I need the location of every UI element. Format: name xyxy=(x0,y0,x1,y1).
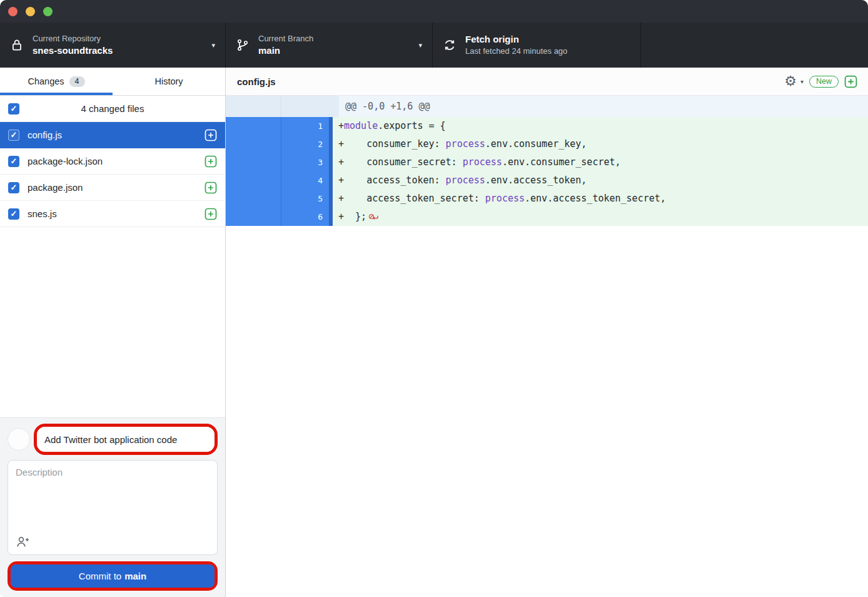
added-file-icon xyxy=(204,208,217,220)
select-all-row: ✓ 4 changed files xyxy=(0,96,225,122)
commit-button-label: Commit to xyxy=(79,571,121,581)
gear-caret-icon[interactable]: ▾ xyxy=(800,78,804,85)
summary-annotation-highlight xyxy=(34,424,218,455)
git-branch-icon xyxy=(236,38,250,52)
tab-changes[interactable]: Changes 4 xyxy=(0,68,113,95)
current-repository-value: snes-soundtracks xyxy=(33,45,113,57)
commit-button-branch: main xyxy=(124,571,146,581)
added-file-icon xyxy=(204,181,217,194)
fetch-origin-button[interactable]: Fetch origin Last fetched 24 minutes ago xyxy=(433,23,641,68)
repository-lock-icon xyxy=(10,38,24,52)
gear-icon[interactable]: ⚙ xyxy=(784,74,797,88)
file-name: package.json xyxy=(28,182,83,193)
commit-form: Commit to main xyxy=(0,417,225,597)
new-file-badge: New xyxy=(809,76,839,88)
expand-diff-icon[interactable] xyxy=(844,75,857,88)
current-branch-value: main xyxy=(258,45,313,57)
added-file-icon xyxy=(204,155,217,168)
close-button[interactable] xyxy=(8,7,18,16)
avatar xyxy=(8,428,30,451)
diff-line[interactable]: 1 +module.exports = { xyxy=(226,117,868,135)
branch-caret-icon: ▾ xyxy=(418,41,422,49)
added-file-icon xyxy=(204,129,217,141)
file-name: snes.js xyxy=(28,208,57,219)
toolbar: Current Repository snes-soundtracks ▾ Cu… xyxy=(0,23,868,68)
file-checkbox[interactable]: ✓ xyxy=(8,156,19,167)
current-repository-label: Current Repository xyxy=(33,34,113,44)
file-row-package-lock-json[interactable]: ✓ package-lock.json xyxy=(0,148,225,175)
hunk-header-row: @@ -0,0 +1,6 @@ xyxy=(226,96,868,117)
diff-line[interactable]: 6 + };⊘↵ xyxy=(226,208,868,226)
file-row-snes-js[interactable]: ✓ snes.js xyxy=(0,201,225,227)
line-number: 1 xyxy=(281,117,329,135)
titlebar xyxy=(0,0,868,23)
diff-header: config.js ⚙ ▾ New xyxy=(226,68,868,96)
line-number: 3 xyxy=(281,153,329,171)
sidebar-tabs: Changes 4 History xyxy=(0,68,225,96)
file-checkbox[interactable]: ✓ xyxy=(8,182,19,193)
file-name: config.js xyxy=(28,130,62,140)
file-row-package-json[interactable]: ✓ package.json xyxy=(0,175,225,201)
sync-icon xyxy=(443,38,457,52)
current-repository-dropdown[interactable]: Current Repository snes-soundtracks ▾ xyxy=(0,23,226,68)
line-number: 6 xyxy=(281,208,329,226)
zoom-button[interactable] xyxy=(43,7,53,16)
commit-to-main-button[interactable]: Commit to main xyxy=(11,564,214,588)
commit-summary-input[interactable] xyxy=(37,427,214,452)
diff-body: @@ -0,0 +1,6 @@ 1 +module.exports = { 2 … xyxy=(226,96,868,226)
commit-button-annotation-highlight: Commit to main xyxy=(8,561,218,591)
current-branch-dropdown[interactable]: Current Branch main ▾ xyxy=(226,23,433,68)
fetch-origin-label: Fetch origin xyxy=(465,34,567,46)
tab-history-label: History xyxy=(154,76,183,86)
file-checkbox[interactable]: ✓ xyxy=(8,130,19,141)
file-name: package-lock.json xyxy=(28,156,103,166)
changes-count-badge: 4 xyxy=(69,76,85,87)
line-number: 4 xyxy=(281,171,329,190)
line-number: 5 xyxy=(281,190,329,208)
app-window: Current Repository snes-soundtracks ▾ Cu… xyxy=(0,0,868,597)
hunk-header-text: @@ -0,0 +1,6 @@ xyxy=(339,96,868,117)
file-checkbox[interactable]: ✓ xyxy=(8,208,19,220)
diff-line[interactable]: 2 + consumer_key: process.env.consumer_k… xyxy=(226,135,868,153)
last-fetched-text: Last fetched 24 minutes ago xyxy=(465,46,567,56)
changed-files-count: 4 changed files xyxy=(0,103,225,114)
current-branch-label: Current Branch xyxy=(258,34,313,44)
diff-line[interactable]: 3 + consumer_secret: process.env.consume… xyxy=(226,153,868,171)
diff-file-name: config.js xyxy=(237,76,276,87)
toolbar-spacer xyxy=(641,23,868,68)
line-number: 2 xyxy=(281,135,329,153)
minimize-button[interactable] xyxy=(26,7,35,16)
repository-caret-icon: ▾ xyxy=(211,41,215,49)
commit-description-box xyxy=(8,460,218,555)
diff-line[interactable]: 5 + access_token_secret: process.env.acc… xyxy=(226,190,868,208)
diff-pane: config.js ⚙ ▾ New @@ -0,0 +1 xyxy=(226,68,868,597)
select-all-checkbox[interactable]: ✓ xyxy=(8,103,19,115)
tab-history[interactable]: History xyxy=(113,68,225,95)
sidebar: Changes 4 History ✓ 4 changed files ✓ co… xyxy=(0,68,226,597)
file-row-config-js[interactable]: ✓ config.js xyxy=(0,122,225,148)
diff-empty-space xyxy=(226,226,868,597)
diff-line[interactable]: 4 + access_token: process.env.access_tok… xyxy=(226,171,868,190)
no-newline-icon: ⊘↵ xyxy=(368,211,377,222)
file-list-empty-space xyxy=(0,227,225,417)
tab-changes-label: Changes xyxy=(28,76,64,86)
add-coauthor-icon[interactable] xyxy=(16,535,31,549)
commit-description-input[interactable] xyxy=(16,467,209,533)
